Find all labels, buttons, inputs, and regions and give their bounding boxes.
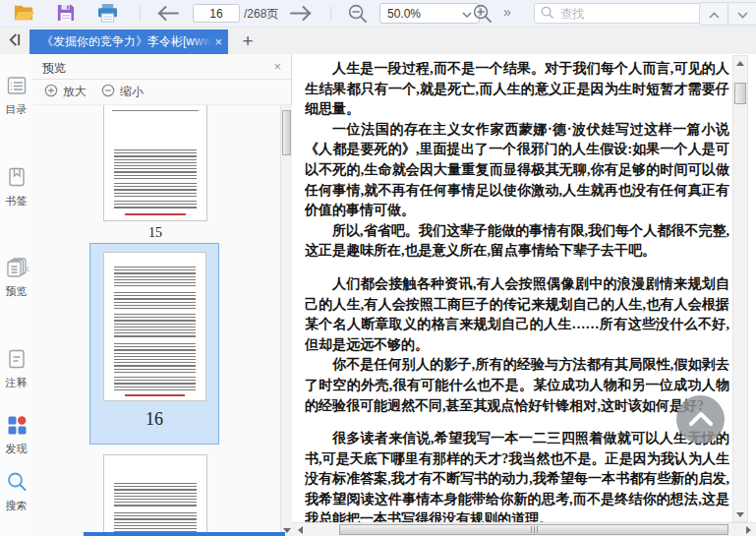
triangle-up-icon	[736, 61, 744, 66]
zoom-out-button[interactable]	[348, 4, 367, 27]
search-icon	[541, 5, 553, 23]
sidebar-item-label: 搜索	[6, 499, 28, 513]
chevron-down-icon	[462, 7, 472, 21]
discover-icon	[6, 414, 28, 440]
search-box[interactable]	[534, 3, 713, 24]
preview-panel-title: 预览	[42, 60, 66, 77]
zoom-in-button[interactable]	[473, 4, 492, 27]
search-input[interactable]	[558, 6, 706, 22]
preview-panel: 预览 × 放大 缩小 15	[32, 54, 292, 536]
sidebar-item-annotations[interactable]: 注释	[0, 348, 32, 390]
scroll-down-button[interactable]	[733, 507, 747, 521]
toolbar-separator	[330, 6, 331, 21]
scroll-right-button[interactable]	[740, 523, 756, 536]
vertical-scrollbar[interactable]	[732, 55, 748, 522]
next-page-button[interactable]	[289, 5, 314, 26]
sidebar-item-bookmarks[interactable]: 书签	[0, 166, 32, 208]
new-tab-button[interactable]: +	[236, 29, 260, 53]
pdf-reader-window: /268页 50.0% » 《发掘你的竞争	[0, 0, 756, 536]
find-next-button[interactable]	[727, 2, 756, 26]
paragraph: 所以,省省吧。我们这辈子能做的事情有限,我们每个人都很不完整,这正是趣味所在,也…	[305, 221, 729, 262]
scroll-left-button[interactable]	[292, 523, 308, 536]
thumbnail-list: 15 16 17	[32, 105, 278, 536]
sidebar-item-search[interactable]: 搜索	[0, 471, 32, 513]
collapse-tabs-button[interactable]	[5, 32, 23, 50]
thumbnail-page-16[interactable]	[103, 252, 206, 401]
triangle-right-icon	[746, 526, 751, 534]
preview-scrollbar-thumb[interactable]	[282, 110, 291, 155]
zoom-level-value: 50.0%	[387, 7, 421, 21]
preview-zoom-in-button[interactable]: 放大	[63, 84, 87, 100]
sidebar-item-label: 预览	[6, 284, 28, 299]
save-button[interactable]	[57, 4, 75, 26]
sidebar-item-contents[interactable]: 目录	[0, 75, 32, 117]
open-file-button[interactable]	[13, 3, 34, 27]
active-panel-caret-icon: ‹	[26, 261, 29, 275]
chevron-down-icon	[737, 5, 748, 23]
preview-zoom-out-button[interactable]: 缩小	[120, 84, 144, 100]
horizontal-scrollbar-thumb[interactable]	[339, 524, 728, 535]
scroll-up-button[interactable]	[733, 56, 747, 70]
horizontal-scrollbar[interactable]	[292, 522, 756, 536]
document-view[interactable]: 人生是一段过程,而不是一个结果。对于我们每个人而言,可见的人生结果都只有一个,就…	[292, 54, 756, 536]
save-floppy-icon	[57, 4, 75, 26]
more-tools-button[interactable]: »	[503, 4, 511, 20]
paragraph: 人生是一段过程,而不是一个结果。对于我们每个人而言,可见的人生结果都只有一个,就…	[305, 59, 729, 120]
thumbnail-page-number: 15	[57, 225, 254, 241]
preview-panel-header: 预览 ×	[32, 54, 291, 80]
arrow-right-icon	[289, 5, 314, 26]
folder-open-icon	[13, 3, 34, 27]
thumbnail-selection-16[interactable]: 16	[89, 243, 219, 445]
sidebar-item-label: 目录	[6, 102, 28, 117]
paragraph: 一位法国的存在主义女作家西蒙娜·德·波伏娃写过这样一篇小说《人都是要死的》,里面…	[305, 120, 729, 221]
chevron-up-icon	[709, 5, 720, 23]
paragraph: 你不是任何别人的影子,所有的经验与方法都有其局限性,假如剥去了时空的外壳,很有可…	[305, 355, 729, 416]
toolbar: /268页 50.0% »	[0, 0, 756, 28]
circle-plus-icon[interactable]	[44, 84, 58, 101]
thumbnail-page-15[interactable]	[103, 105, 207, 221]
zoom-level-dropdown[interactable]: 50.0%	[379, 3, 480, 24]
triangle-down-icon	[736, 512, 744, 517]
preview-zoom-toolbar: 放大 缩小	[32, 80, 291, 105]
preview-scrollbar[interactable]	[280, 105, 292, 536]
vertical-scrollbar-thumb[interactable]	[734, 83, 746, 104]
annotation-icon	[6, 348, 28, 374]
search-panel-icon	[6, 471, 28, 497]
tab-title-fade	[191, 30, 212, 54]
page-number-input[interactable]	[193, 4, 240, 23]
preview-horizontal-scrollbar[interactable]	[84, 532, 285, 536]
previous-page-button[interactable]	[155, 5, 180, 26]
bookmark-icon	[6, 166, 28, 192]
circle-minus-icon[interactable]	[101, 84, 115, 101]
print-button[interactable]	[97, 4, 118, 27]
preview-panel-close-icon[interactable]: ×	[273, 59, 281, 74]
arrow-left-icon	[155, 5, 180, 26]
triangle-left-icon	[298, 526, 303, 534]
sidebar-item-discover[interactable]: 发现	[0, 414, 32, 456]
back-to-top-button[interactable]	[676, 395, 725, 444]
paragraph: 人们都会接触各种资讯,有人会按照偶像剧中的浪漫剧情来规划自己的人生,有人会按照工…	[305, 274, 729, 355]
thumbnail-page-number: 16	[90, 409, 218, 430]
preview-pages-icon	[6, 257, 28, 282]
chevron-up-icon	[688, 410, 714, 430]
toc-icon	[6, 75, 28, 100]
document-tab[interactable]: 《发掘你的竞争力》李令彬[www ×	[29, 30, 228, 54]
tab-title: 《发掘你的竞争力》李令彬[www	[41, 33, 212, 50]
printer-icon	[97, 4, 118, 27]
tab-close-icon[interactable]: ×	[214, 35, 222, 48]
sidebar-item-label: 发现	[6, 442, 28, 456]
sidebar-item-label: 注释	[6, 376, 28, 390]
sidebar: 目录 书签 预览 ‹ 注释 发现 搜索	[0, 54, 33, 536]
magnifier-plus-icon	[473, 4, 492, 27]
toolbar-separator	[140, 6, 141, 21]
page-total-label: /268页	[244, 6, 278, 23]
sidebar-item-label: 书签	[6, 194, 28, 208]
thumbnail-page-17[interactable]	[103, 454, 207, 536]
collapse-left-icon	[7, 32, 22, 51]
page-text: 人生是一段过程,而不是一个结果。对于我们每个人而言,可见的人生结果都只有一个,就…	[305, 59, 729, 523]
magnifier-minus-icon	[348, 4, 367, 27]
tab-bar: 《发掘你的竞争力》李令彬[www × +	[0, 28, 756, 55]
find-previous-button[interactable]	[699, 2, 729, 26]
paragraph: 很多读者来信说,希望我写一本一二三四照着做就可以人生无忧的书,可是天底下哪里有那…	[305, 429, 729, 523]
